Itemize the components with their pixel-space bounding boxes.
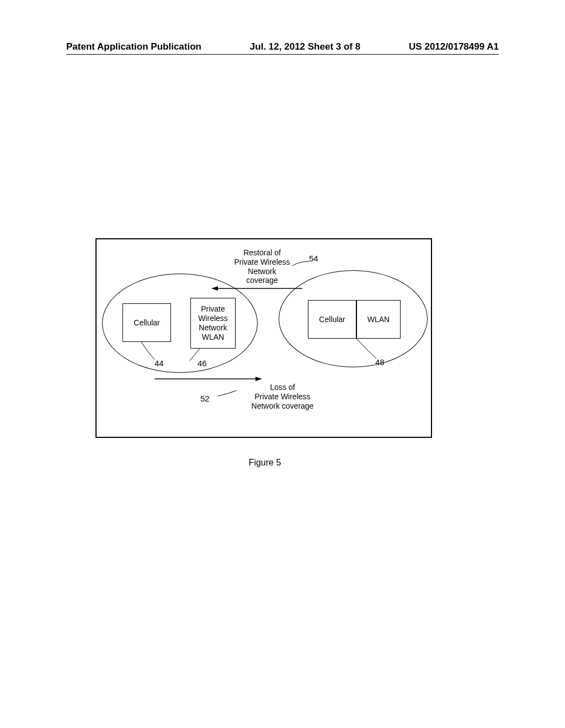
ref-52: 52 [200,394,210,403]
restoral-label: Restoral ofPrivate WirelessNetworkcovera… [223,248,301,285]
loss-label: Loss ofPrivate WirelessNetwork coverage [238,383,327,410]
page-header: Patent Application Publication Jul. 12, … [0,41,565,52]
svg-marker-3 [255,377,262,381]
ref-44: 44 [154,358,164,368]
ref-46: 46 [198,358,207,368]
box-cellular-left: Cellular [122,303,171,342]
header-rule [66,54,499,55]
box-cellular-right: Cellular [308,300,356,339]
arrow-restoral [211,285,302,292]
box-wlan: WLAN [356,300,401,339]
figure-caption: Figure 5 [0,458,530,468]
svg-marker-1 [211,286,218,291]
arrow-loss [154,375,262,383]
ref-54: 54 [309,254,318,263]
box-private-wireless-network-wlan: PrivateWirelessNetworkWLAN [190,298,236,349]
header-left: Patent Application Publication [66,41,201,52]
header-center: Jul. 12, 2012 Sheet 3 of 8 [250,41,360,52]
header-right: US 2012/0178499 A1 [409,41,499,52]
ref-48: 48 [375,357,385,367]
